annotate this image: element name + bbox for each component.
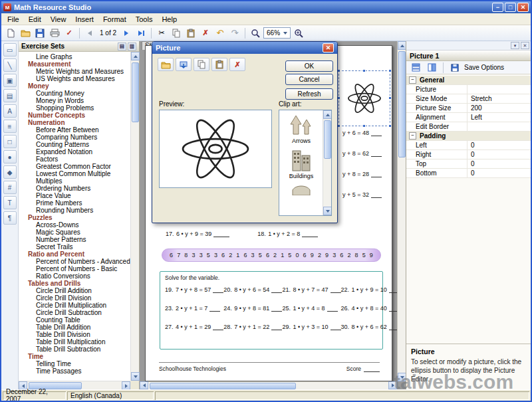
- status-locale[interactable]: English (Canada): [67, 391, 154, 400]
- resize-handle[interactable]: [362, 69, 366, 72]
- property-value[interactable]: 200: [467, 104, 531, 112]
- categorized-view-icon[interactable]: [409, 61, 422, 74]
- clipart-item[interactable]: Buildings: [279, 144, 323, 179]
- tree-item[interactable]: Percent of Numbers - Advanced: [19, 258, 130, 265]
- tree-item[interactable]: Ordering Numbers: [19, 185, 130, 192]
- tree-item[interactable]: Puzzles: [19, 214, 130, 221]
- close-button-icon[interactable]: ✕: [517, 3, 529, 12]
- tree-item[interactable]: Percent of Numbers - Basic: [19, 265, 130, 272]
- tree-item[interactable]: Tables and Drills: [19, 280, 130, 287]
- zoom-icon[interactable]: [249, 27, 262, 40]
- object-tool-button[interactable]: A: [3, 104, 17, 118]
- cancel-button[interactable]: Cancel: [285, 74, 333, 85]
- property-row[interactable]: Alignment Left: [406, 113, 531, 122]
- property-row[interactable]: Size Mode Stretch: [406, 94, 531, 104]
- scrollbar-thumb[interactable]: [324, 120, 331, 159]
- tree-item[interactable]: Number Patterns: [19, 236, 130, 243]
- tree-item[interactable]: Secret Trails: [19, 243, 130, 251]
- scroll-up-icon[interactable]: [323, 110, 332, 119]
- tree-item[interactable]: Circle Drill Division: [19, 294, 130, 302]
- property-value[interactable]: 0: [467, 169, 531, 177]
- menu-item[interactable]: Help: [157, 14, 182, 25]
- menu-item[interactable]: Edit: [24, 14, 46, 25]
- tree-item[interactable]: Magic Squares: [19, 229, 130, 236]
- scrollbar-thumb[interactable]: [132, 62, 139, 122]
- menu-item[interactable]: Insert: [70, 14, 98, 25]
- spell-check-icon[interactable]: ✓: [63, 27, 76, 40]
- property-value[interactable]: Stretch: [467, 95, 531, 102]
- refresh-button[interactable]: Refresh: [285, 88, 333, 100]
- tree-item[interactable]: Circle Drill Subtraction: [19, 309, 130, 316]
- panel-view-icon[interactable]: ▤: [118, 43, 126, 50]
- selected-picture[interactable]: [338, 70, 390, 126]
- document-horizontal-scrollbar[interactable]: [140, 381, 397, 389]
- object-tool-button[interactable]: ▣: [3, 74, 17, 87]
- save-options-label[interactable]: Save Options: [464, 64, 504, 71]
- redo-icon[interactable]: ↷: [228, 27, 241, 40]
- tree-item[interactable]: Table Drill Addition: [19, 324, 130, 331]
- property-row[interactable]: Bottom 0: [406, 169, 531, 178]
- tree-item[interactable]: Telling Time: [19, 360, 130, 367]
- tree-item[interactable]: Measurement: [19, 60, 130, 68]
- resize-handle[interactable]: [388, 69, 392, 72]
- object-tool-button[interactable]: ≡: [3, 120, 17, 133]
- object-tool-button[interactable]: ▭: [3, 43, 17, 56]
- tree-item[interactable]: Time Passages: [19, 367, 130, 375]
- property-row[interactable]: Padding: [406, 132, 531, 141]
- scrollbar-thumb[interactable]: [150, 383, 296, 389]
- scroll-left-icon[interactable]: [140, 381, 148, 389]
- tree-item[interactable]: Time: [19, 353, 130, 360]
- open-folder-icon[interactable]: [19, 27, 32, 40]
- ok-button[interactable]: OK: [285, 60, 333, 72]
- alphabetical-view-icon[interactable]: [425, 61, 438, 74]
- tree-item[interactable]: Counting Money: [19, 90, 130, 97]
- clipart-item[interactable]: Arrows: [279, 110, 323, 144]
- import-picture-icon[interactable]: [176, 58, 192, 71]
- paste-picture-icon[interactable]: [211, 58, 227, 71]
- dialog-titlebar[interactable]: Picture ✕: [152, 42, 337, 54]
- menu-item[interactable]: Format: [98, 14, 131, 25]
- zoom-in-icon[interactable]: [292, 27, 305, 40]
- clipart-item-partial[interactable]: [279, 183, 323, 195]
- tree-item[interactable]: Rounding Numbers: [19, 207, 130, 214]
- tree-item[interactable]: Number Concepts: [19, 112, 130, 119]
- object-tool-button[interactable]: T: [3, 196, 17, 209]
- tree-item[interactable]: US Weights and Measures: [19, 75, 130, 82]
- undo-icon[interactable]: ↶: [213, 27, 227, 40]
- tree-item[interactable]: Across-Downs: [19, 221, 130, 229]
- tree-item[interactable]: Ratio Conversions: [19, 272, 130, 280]
- property-row[interactable]: Picture Size 200: [406, 104, 531, 113]
- tree-item[interactable]: Table Drill Subtraction: [19, 346, 130, 353]
- property-row[interactable]: Left 0: [406, 141, 531, 150]
- tree-item[interactable]: Counting Patterns: [19, 141, 130, 148]
- property-value[interactable]: 0: [467, 160, 531, 167]
- titlebar[interactable]: M Math Resource Studio − □ ✕: [1, 1, 531, 13]
- tree-item[interactable]: Before After Between: [19, 126, 130, 134]
- object-tool-button[interactable]: #: [3, 181, 17, 194]
- property-row[interactable]: Edit Border: [406, 122, 531, 132]
- tree-item[interactable]: Money: [19, 82, 130, 90]
- property-row[interactable]: General: [406, 76, 531, 85]
- tree-item[interactable]: Factors: [19, 155, 130, 163]
- new-document-icon[interactable]: [4, 27, 17, 40]
- resize-handle[interactable]: [388, 96, 392, 100]
- tree-item[interactable]: Ratio and Percent: [19, 251, 130, 258]
- open-picture-icon[interactable]: [158, 58, 174, 71]
- save-icon[interactable]: [33, 27, 47, 40]
- clipart-scrollbar[interactable]: [323, 110, 331, 215]
- object-tool-button[interactable]: ╲: [3, 58, 17, 72]
- tree-item[interactable]: Numeration: [19, 119, 130, 126]
- scroll-right-icon[interactable]: [388, 381, 397, 389]
- tree-item[interactable]: Line Graphs: [19, 53, 130, 60]
- print-icon[interactable]: [48, 27, 61, 40]
- document-vertical-scrollbar[interactable]: [397, 41, 406, 381]
- maximize-button-icon[interactable]: □: [505, 3, 516, 12]
- exercise-tree[interactable]: Line Graphs Measurement Metric Weights a…: [19, 52, 130, 381]
- scroll-down-icon[interactable]: [323, 207, 332, 215]
- menu-item[interactable]: Tools: [131, 14, 158, 25]
- paste-icon[interactable]: [184, 27, 198, 40]
- property-value[interactable]: 0: [467, 142, 531, 149]
- cut-icon[interactable]: ✂: [155, 27, 168, 40]
- tree-item[interactable]: Money in Words: [19, 97, 130, 104]
- tree-item[interactable]: Circle Drill Multiplication: [19, 302, 130, 309]
